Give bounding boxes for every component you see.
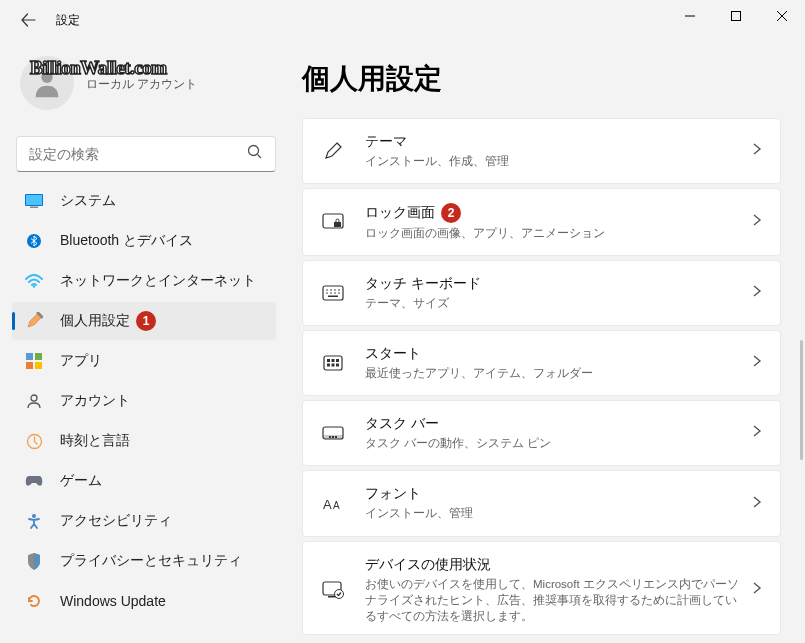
svg-rect-31 [324,356,342,370]
search-icon [247,144,263,164]
search-input[interactable] [29,146,247,162]
maximize-icon [731,11,741,21]
nav-label: プライバシーとセキュリティ [60,552,242,570]
close-button[interactable] [759,0,805,32]
nav-item-bluetooth[interactable]: Bluetooth とデバイス [12,222,276,260]
chevron-right-icon [752,142,762,160]
apps-icon [24,351,44,371]
svg-rect-40 [329,436,331,438]
chevron-right-icon [752,213,762,231]
scrollbar-thumb[interactable] [800,340,803,460]
svg-rect-8 [26,195,42,205]
nav-item-time-language[interactable]: 時刻と言語 [12,422,276,460]
svg-point-28 [334,292,336,294]
search-box[interactable] [16,136,276,172]
card-taskbar[interactable]: タスク バー タスク バーの動作、システム ピン [302,400,781,466]
nav-label: システム [60,192,116,210]
svg-rect-34 [336,359,339,362]
card-title: タスク バー [365,415,744,433]
page-title: 個人用設定 [302,60,781,98]
svg-point-11 [33,285,36,288]
card-title: スタート [365,345,744,363]
window-title: 設定 [56,12,80,29]
sidebar: ローカル アカウント BillionWallet.com システム Blueto… [0,40,290,643]
nav-label: 時刻と言語 [60,432,130,450]
account-type: ローカル アカウント [86,76,197,93]
nav-item-network[interactable]: ネットワークとインターネット [12,262,276,300]
nav-item-accessibility[interactable]: アクセシビリティ [12,502,276,540]
card-fonts[interactable]: AA フォント インストール、管理 [302,470,781,536]
svg-text:A: A [333,500,340,511]
nav-list: システム Bluetooth とデバイス ネットワークとインターネット 個人用設… [12,182,290,620]
person-icon [24,391,44,411]
nav-label: Bluetooth とデバイス [60,232,193,250]
font-icon: AA [321,495,345,513]
lock-screen-icon [321,213,345,231]
svg-point-25 [338,289,340,291]
keyboard-icon [321,285,345,301]
card-device-usage[interactable]: デバイスの使用状況 お使いのデバイスを使用して、Microsoft エクスペリエ… [302,541,781,635]
svg-text:A: A [323,497,332,512]
nav-label: アクセシビリティ [60,512,172,530]
maximize-button[interactable] [713,0,759,32]
card-title: タッチ キーボード [365,275,744,293]
svg-point-18 [32,514,36,518]
svg-point-22 [326,289,328,291]
profile-section[interactable]: ローカル アカウント BillionWallet.com [12,50,290,126]
card-title: フォント [365,485,744,503]
chevron-right-icon [752,354,762,372]
svg-rect-13 [35,353,42,360]
nav-item-accounts[interactable]: アカウント [12,382,276,420]
svg-rect-21 [323,286,343,300]
annotation-badge: 1 [136,311,156,331]
nav-item-personalization[interactable]: 個人用設定 1 [12,302,276,340]
card-touch-keyboard[interactable]: タッチ キーボード テーマ、サイズ [302,260,781,326]
wifi-icon [24,271,44,291]
svg-rect-33 [332,359,335,362]
device-check-icon [321,581,345,599]
back-button[interactable] [14,6,42,34]
nav-item-windows-update[interactable]: Windows Update [12,582,276,620]
svg-point-27 [330,292,332,294]
card-title: デバイスの使用状況 [365,556,744,574]
minimize-icon [685,11,695,21]
avatar [20,56,74,110]
nav-item-apps[interactable]: アプリ [12,342,276,380]
svg-point-24 [334,289,336,291]
svg-rect-42 [335,436,337,438]
nav-label: ゲーム [60,472,102,490]
svg-rect-12 [26,353,33,360]
card-desc: お使いのデバイスを使用して、Microsoft エクスペリエンス内でパーソナライ… [365,576,744,624]
chevron-right-icon [752,424,762,442]
card-title: ロック画面2 [365,203,744,223]
shield-icon [24,551,44,571]
gamepad-icon [24,471,44,491]
card-title: テーマ [365,133,744,151]
accessibility-icon [24,511,44,531]
svg-rect-9 [30,207,38,209]
annotation-badge: 2 [441,203,461,223]
minimize-button[interactable] [667,0,713,32]
card-lock-screen[interactable]: ロック画面2 ロック画面の画像、アプリ、アニメーション [302,188,781,256]
svg-rect-35 [327,364,330,367]
person-icon [30,66,64,100]
svg-rect-30 [328,296,338,298]
card-desc: ロック画面の画像、アプリ、アニメーション [365,225,744,241]
back-arrow-icon [20,12,36,28]
clock-globe-icon [24,431,44,451]
card-desc: タスク バーの動作、システム ピン [365,435,744,451]
paintbrush-icon [24,311,44,331]
nav-item-gaming[interactable]: ゲーム [12,462,276,500]
svg-rect-32 [327,359,330,362]
svg-point-5 [249,146,259,156]
card-start[interactable]: スタート 最近使ったアプリ、アイテム、フォルダー [302,330,781,396]
nav-item-system[interactable]: システム [12,182,276,220]
card-desc: インストール、管理 [365,505,744,521]
svg-rect-37 [336,364,339,367]
svg-rect-20 [334,222,341,227]
svg-point-4 [41,72,52,83]
nav-label: アカウント [60,392,130,410]
svg-rect-15 [35,362,42,369]
nav-item-privacy[interactable]: プライバシーとセキュリティ [12,542,276,580]
card-themes[interactable]: テーマ インストール、作成、管理 [302,118,781,184]
